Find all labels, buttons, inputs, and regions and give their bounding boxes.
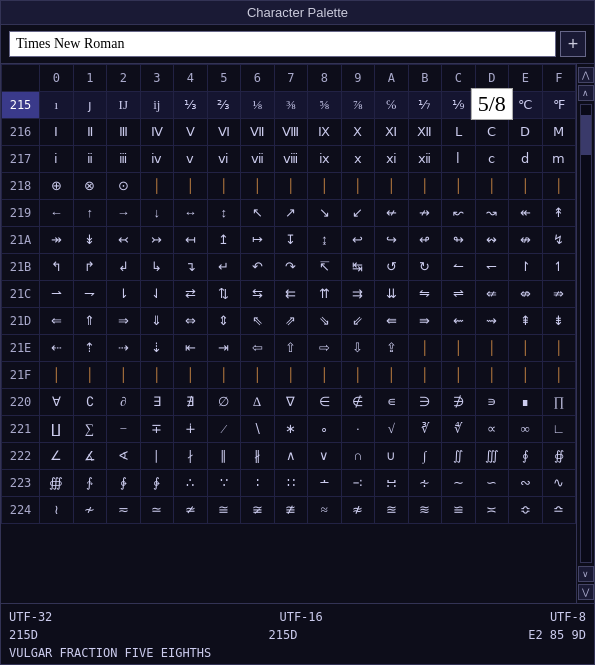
cell-219-14[interactable]: ↞ [509,200,543,227]
cell-21B-5[interactable]: ↵ [207,254,241,281]
cell-218-11[interactable]: │ [408,173,442,200]
cell-21D-15[interactable]: ⇟ [542,308,576,335]
cell-21B-7[interactable]: ↷ [274,254,308,281]
cell-21F-1[interactable]: │ [73,362,107,389]
cell-21E-1[interactable]: ⇡ [73,335,107,362]
cell-222-3[interactable]: ∣ [140,443,174,470]
cell-221-3[interactable]: ∓ [140,416,174,443]
cell-222-13[interactable]: ∭ [475,443,509,470]
cell-217-11[interactable]: ⅻ [408,146,442,173]
cell-21D-11[interactable]: ⇛ [408,308,442,335]
cell-21E-4[interactable]: ⇤ [174,335,208,362]
cell-215-1[interactable]: ȷ [73,92,107,119]
cell-21F-14[interactable]: │ [509,362,543,389]
cell-223-5[interactable]: ∵ [207,470,241,497]
cell-21B-4[interactable]: ↴ [174,254,208,281]
cell-223-13[interactable]: ∽ [475,470,509,497]
cell-222-15[interactable]: ∯ [542,443,576,470]
cell-215-0[interactable]: ı [40,92,74,119]
cell-221-10[interactable]: √ [375,416,409,443]
cell-223-14[interactable]: ∾ [509,470,543,497]
cell-220-0[interactable]: ∀ [40,389,74,416]
cell-217-3[interactable]: ⅳ [140,146,174,173]
cell-21E-7[interactable]: ⇧ [274,335,308,362]
cell-221-13[interactable]: ∝ [475,416,509,443]
cell-220-1[interactable]: ∁ [73,389,107,416]
cell-217-15[interactable]: ⅿ [542,146,576,173]
cell-219-3[interactable]: ↓ [140,200,174,227]
add-font-button[interactable]: + [560,31,586,57]
cell-21E-8[interactable]: ⇨ [308,335,342,362]
cell-215-6[interactable]: ⅛ [241,92,275,119]
cell-221-9[interactable]: ∙ [341,416,375,443]
cell-220-2[interactable]: ∂ [107,389,141,416]
cell-21F-9[interactable]: │ [341,362,375,389]
cell-215-13[interactable]: 5/8⅒ [475,92,509,119]
cell-220-10[interactable]: ∊ [375,389,409,416]
cell-21B-0[interactable]: ↰ [40,254,74,281]
cell-219-7[interactable]: ↗ [274,200,308,227]
cell-21A-1[interactable]: ↡ [73,227,107,254]
cell-21F-5[interactable]: │ [207,362,241,389]
cell-219-5[interactable]: ↕ [207,200,241,227]
cell-224-13[interactable]: ≍ [475,497,509,524]
cell-21D-0[interactable]: ⇐ [40,308,74,335]
cell-221-12[interactable]: ∜ [442,416,476,443]
cell-21F-8[interactable]: │ [308,362,342,389]
cell-21F-6[interactable]: │ [241,362,275,389]
cell-21E-12[interactable]: │ [442,335,476,362]
cell-21A-12[interactable]: ↬ [442,227,476,254]
cell-218-4[interactable]: │ [174,173,208,200]
cell-21D-7[interactable]: ⇗ [274,308,308,335]
cell-216-2[interactable]: Ⅲ [107,119,141,146]
cell-222-0[interactable]: ∠ [40,443,74,470]
cell-21C-13[interactable]: ⇍ [475,281,509,308]
cell-224-14[interactable]: ≎ [509,497,543,524]
cell-224-12[interactable]: ≌ [442,497,476,524]
cell-218-0[interactable]: ⊕ [40,173,74,200]
cell-21E-2[interactable]: ⇢ [107,335,141,362]
cell-218-8[interactable]: │ [308,173,342,200]
cell-216-6[interactable]: Ⅶ [241,119,275,146]
cell-215-2[interactable]: IJ [107,92,141,119]
cell-21A-7[interactable]: ↧ [274,227,308,254]
cell-21A-3[interactable]: ↣ [140,227,174,254]
cell-21D-14[interactable]: ⇞ [509,308,543,335]
scroll-down-button[interactable]: ∨ [578,566,594,582]
cell-221-8[interactable]: ∘ [308,416,342,443]
cell-220-9[interactable]: ∉ [341,389,375,416]
cell-21C-0[interactable]: ⇀ [40,281,74,308]
cell-215-14[interactable]: ℃ [509,92,543,119]
cell-224-6[interactable]: ≆ [241,497,275,524]
cell-219-1[interactable]: ↑ [73,200,107,227]
cell-224-15[interactable]: ≏ [542,497,576,524]
cell-218-3[interactable]: │ [140,173,174,200]
cell-217-6[interactable]: ⅶ [241,146,275,173]
cell-21B-6[interactable]: ↶ [241,254,275,281]
cell-217-9[interactable]: ⅹ [341,146,375,173]
cell-21A-13[interactable]: ↭ [475,227,509,254]
cell-220-4[interactable]: ∄ [174,389,208,416]
cell-21C-6[interactable]: ⇆ [241,281,275,308]
cell-220-5[interactable]: ∅ [207,389,241,416]
cell-216-7[interactable]: Ⅷ [274,119,308,146]
cell-21C-2[interactable]: ⇂ [107,281,141,308]
cell-21B-9[interactable]: ↹ [341,254,375,281]
cell-219-15[interactable]: ↟ [542,200,576,227]
cell-215-10[interactable]: ℅ [375,92,409,119]
cell-219-8[interactable]: ↘ [308,200,342,227]
cell-216-12[interactable]: Ⅼ [442,119,476,146]
cell-220-15[interactable]: ∏ [542,389,576,416]
cell-218-13[interactable]: │ [475,173,509,200]
cell-223-6[interactable]: ∶ [241,470,275,497]
cell-21C-5[interactable]: ⇅ [207,281,241,308]
cell-21E-9[interactable]: ⇩ [341,335,375,362]
cell-216-14[interactable]: Ⅾ [509,119,543,146]
cell-21E-15[interactable]: │ [542,335,576,362]
cell-21B-1[interactable]: ↱ [73,254,107,281]
cell-21D-10[interactable]: ⇚ [375,308,409,335]
cell-21E-6[interactable]: ⇦ [241,335,275,362]
cell-216-3[interactable]: Ⅳ [140,119,174,146]
cell-216-1[interactable]: Ⅱ [73,119,107,146]
cell-222-1[interactable]: ∡ [73,443,107,470]
